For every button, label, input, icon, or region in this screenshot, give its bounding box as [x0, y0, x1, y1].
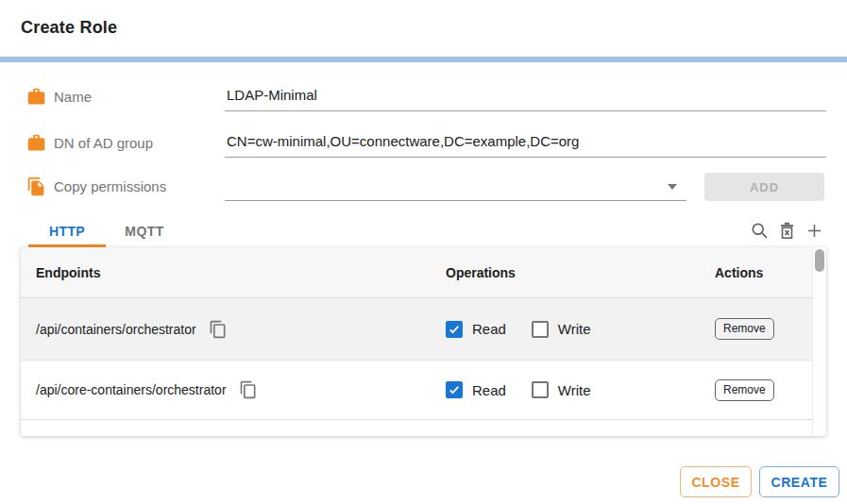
endpoint-path: /api/core-containers/orchestrator [36, 382, 227, 397]
dn-field-row: DN of AD group [26, 129, 826, 158]
page-title: Create Role [21, 18, 117, 38]
tab-mqtt[interactable]: MQTT [106, 218, 183, 247]
column-header-operations: Operations [446, 265, 715, 280]
copy-permissions-input[interactable] [225, 173, 686, 200]
file-copy-icon [26, 176, 46, 196]
accent-divider [0, 57, 847, 62]
copy-permissions-label: Copy permissions [54, 173, 166, 201]
name-field-row: Name [26, 83, 826, 111]
table-scrollbar[interactable] [812, 247, 826, 436]
delete-all-icon[interactable] [776, 220, 797, 241]
add-button[interactable]: ADD [704, 173, 824, 201]
copy-permissions-row: Copy permissions ADD [26, 173, 826, 201]
create-button[interactable]: CREATE [759, 466, 839, 497]
tab-bar: HTTP MQTT [0, 218, 847, 247]
permissions-table: Endpoints Operations Actions /api/contai… [21, 247, 826, 436]
table-toolbar [749, 220, 824, 241]
chevron-down-icon[interactable] [668, 184, 677, 190]
name-field-label: Name [54, 83, 92, 111]
write-checkbox[interactable] [532, 321, 549, 338]
add-icon[interactable] [804, 220, 824, 241]
endpoint-path: /api/containers/orchestrator [36, 322, 196, 337]
copy-permissions-select[interactable] [225, 173, 686, 201]
copy-icon[interactable] [239, 380, 258, 399]
read-checkbox[interactable] [446, 321, 463, 338]
tab-http[interactable]: HTTP [28, 218, 106, 247]
table-row-partial [21, 420, 826, 435]
create-role-dialog: Create Role Name DN of AD group Copy per… [0, 0, 847, 504]
dn-input[interactable] [225, 129, 826, 157]
write-label: Write [558, 382, 591, 398]
column-header-actions: Actions [715, 265, 826, 280]
column-header-endpoints: Endpoints [21, 265, 446, 280]
read-checkbox[interactable] [446, 381, 463, 398]
write-label: Write [558, 321, 591, 337]
briefcase-icon [26, 87, 46, 107]
remove-button[interactable]: Remove [715, 379, 774, 401]
dn-field-label: DN of AD group [54, 129, 153, 158]
remove-button[interactable]: Remove [715, 318, 774, 340]
copy-icon[interactable] [209, 320, 228, 339]
dn-field-box [225, 129, 826, 158]
close-button[interactable]: CLOSE [680, 466, 752, 497]
briefcase-icon [26, 133, 46, 153]
table-row: /api/core-containers/orchestrator Read W… [21, 361, 826, 420]
name-field-box [225, 83, 826, 111]
scrollbar-thumb[interactable] [815, 249, 824, 272]
write-checkbox[interactable] [532, 381, 549, 398]
table-row: /api/containers/orchestrator Read Write … [21, 298, 826, 361]
table-header-row: Endpoints Operations Actions [21, 247, 826, 298]
read-label: Read [472, 382, 506, 398]
search-icon[interactable] [749, 220, 770, 241]
read-label: Read [472, 321, 506, 337]
name-input[interactable] [225, 83, 826, 110]
